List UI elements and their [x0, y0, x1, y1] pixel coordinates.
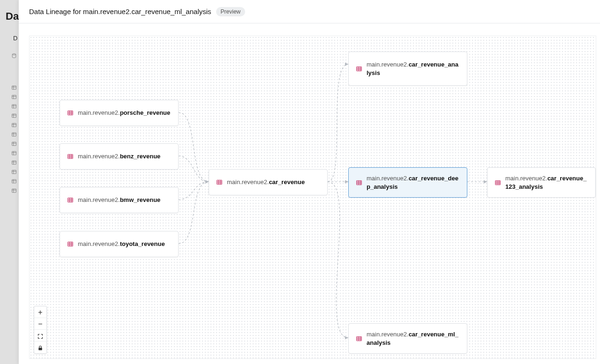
svg-rect-72	[357, 336, 362, 341]
fit-screen-button[interactable]	[34, 330, 46, 342]
node-benz-revenue[interactable]: main.revenue2.benz_revenue	[60, 143, 179, 170]
table-icon	[68, 154, 73, 159]
lineage-canvas[interactable]: main.revenue2.porsche_revenue main.reven…	[29, 36, 596, 359]
node-label: main.revenue2.porsche_revenue	[78, 109, 170, 117]
node-label: main.revenue2.car_revenue_123_analysis	[505, 174, 588, 191]
svg-rect-42	[68, 154, 73, 158]
zoom-in-button[interactable]: +	[34, 306, 46, 318]
node-car-revenue-deep-analysis[interactable]: main.revenue2.car_revenue_deep_analysis	[348, 167, 467, 198]
zoom-out-button[interactable]: −	[34, 318, 46, 330]
svg-rect-37	[68, 111, 73, 115]
table-icon	[68, 110, 73, 116]
node-label: main.revenue2.benz_revenue	[78, 152, 160, 161]
panel-header: Data Lineage for main.revenue2.car_reven…	[19, 0, 600, 23]
node-label: main.revenue2.car_revenue	[227, 178, 305, 186]
canvas-controls: + −	[34, 306, 47, 354]
node-car-revenue-123-analysis[interactable]: main.revenue2.car_revenue_123_analysis	[487, 167, 596, 198]
node-label: main.revenue2.car_revenue_deep_analysis	[367, 174, 459, 191]
node-label: main.revenue2.toyota_revenue	[78, 240, 165, 248]
node-label: main.revenue2.bmw_revenue	[78, 196, 160, 204]
table-icon	[68, 241, 73, 247]
table-icon	[68, 197, 73, 203]
svg-rect-62	[357, 67, 362, 71]
node-car-revenue-ml-analysis[interactable]: main.revenue2.car_revenue_ml_analysis	[348, 323, 467, 354]
svg-rect-52	[68, 242, 73, 246]
table-icon	[356, 336, 362, 342]
table-icon	[356, 66, 362, 72]
node-label: main.revenue2.car_revenue_ml_analysis	[367, 330, 459, 347]
table-icon	[356, 180, 362, 186]
svg-rect-82	[38, 348, 42, 350]
preview-badge: Preview	[216, 7, 246, 16]
table-icon	[217, 179, 222, 185]
svg-rect-47	[68, 198, 73, 202]
page-title: Data Lineage for main.revenue2.car_reven…	[29, 7, 211, 15]
node-label: main.revenue2.car_revenue_analysis	[367, 60, 459, 77]
minus-icon: −	[38, 319, 42, 330]
lineage-panel: Data Lineage for main.revenue2.car_reven…	[19, 0, 600, 364]
modal-backdrop	[0, 0, 19, 364]
node-porsche-revenue[interactable]: main.revenue2.porsche_revenue	[60, 100, 179, 126]
node-car-revenue[interactable]: main.revenue2.car_revenue	[209, 169, 328, 195]
svg-rect-57	[217, 180, 222, 184]
lock-button[interactable]	[34, 342, 46, 353]
table-icon	[495, 180, 501, 186]
svg-rect-77	[495, 180, 501, 185]
node-car-revenue-analysis[interactable]: main.revenue2.car_revenue_analysis	[348, 52, 467, 86]
plus-icon: +	[38, 307, 42, 318]
fullscreen-icon	[38, 330, 43, 342]
lock-icon	[38, 342, 43, 353]
node-bmw-revenue[interactable]: main.revenue2.bmw_revenue	[60, 187, 179, 213]
svg-rect-67	[357, 180, 362, 185]
node-toyota-revenue[interactable]: main.revenue2.toyota_revenue	[60, 231, 179, 257]
